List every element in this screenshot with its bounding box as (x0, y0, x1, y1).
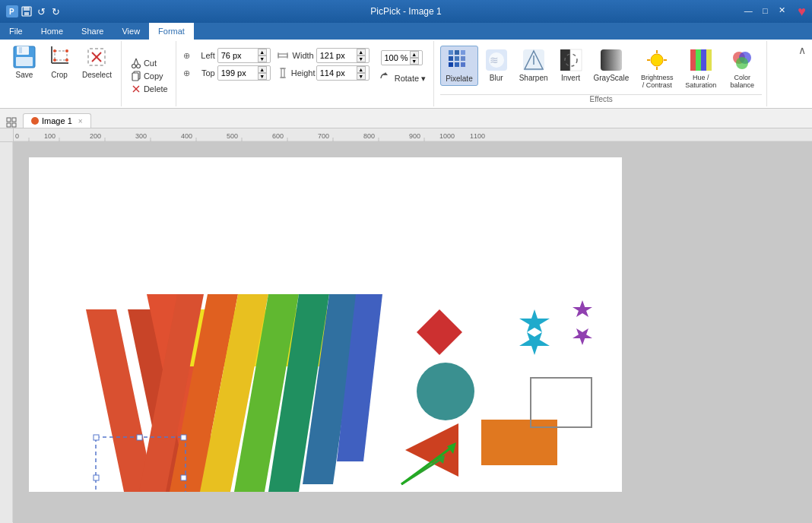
width-label: Width (291, 51, 314, 60)
menu-share[interactable]: Share (72, 23, 113, 40)
svg-rect-39 (449, 56, 453, 61)
ruler-corner (0, 128, 14, 142)
svg-text:1000: 1000 (439, 132, 455, 140)
save-button[interactable]: Save (8, 43, 41, 81)
window-title: PicPick - Image 1 (0, 6, 812, 17)
minimize-button[interactable]: — (741, 4, 755, 17)
left-label: Left (197, 51, 215, 60)
svg-rect-62 (696, 49, 701, 71)
maximize-button[interactable]: □ (758, 4, 772, 17)
svg-rect-37 (455, 50, 459, 55)
svg-point-116 (417, 363, 474, 420)
pixelate-button[interactable]: Pixelate (440, 46, 478, 86)
left-input[interactable]: 76 px ▲▼ (217, 48, 271, 63)
heart-icon: ♥ (798, 4, 806, 20)
hue-saturation-button[interactable]: Hue /Saturation (680, 46, 721, 91)
color-balance-button[interactable]: Colorbalance (722, 46, 762, 91)
canvas-image: LINE Shapes Hello world. Curved Arrow wi… (29, 157, 622, 492)
copy-button[interactable]: Copy (128, 70, 171, 82)
menu-file[interactable]: File (0, 23, 32, 40)
svg-rect-69 (12, 118, 16, 122)
svg-marker-125 (573, 328, 592, 345)
delete-label: Delete (144, 84, 168, 94)
image-tab[interactable]: Image 1 × (23, 113, 91, 128)
top-input[interactable]: 199 px ▲▼ (217, 65, 271, 81)
ribbon-group-position: ⊕ Left 76 px ▲▼ ⊕ Top 199 px ▲▼ (178, 41, 434, 106)
svg-rect-68 (7, 118, 11, 122)
brightness-contrast-button[interactable]: Brightness/ Contrast (635, 46, 679, 91)
svg-rect-32 (281, 68, 284, 78)
ruler-container: 0 100 200 300 400 500 600 700 80 (0, 128, 812, 142)
menubar: File Home Share View Format (0, 23, 812, 40)
crop-button[interactable]: Crop (43, 43, 76, 81)
redo-icon[interactable]: ↻ (49, 5, 62, 17)
svg-rect-61 (690, 49, 696, 71)
sharpen-button[interactable]: Sharpen (515, 46, 553, 84)
cut-button[interactable]: Cut (128, 57, 171, 69)
svg-text:1100: 1100 (470, 132, 485, 140)
svg-marker-115 (417, 309, 462, 355)
svg-marker-124 (573, 300, 592, 317)
tabbar: Image 1 × (0, 109, 812, 128)
width-input[interactable]: 121 px ▲▼ (316, 48, 370, 63)
svg-rect-41 (461, 56, 465, 61)
svg-text:200: 200 (90, 132, 101, 140)
height-input[interactable]: 114 px ▲▼ (316, 65, 370, 81)
svg-rect-139 (181, 435, 186, 440)
ribbon-collapse-button[interactable]: ∧ (795, 43, 809, 58)
tab-close-button[interactable]: × (78, 117, 83, 125)
svg-line-21 (134, 59, 136, 65)
copy-label: Copy (144, 71, 163, 81)
save-icon[interactable] (21, 5, 33, 17)
menu-view[interactable]: View (113, 23, 149, 40)
height-icon (277, 67, 289, 79)
close-button[interactable]: ✕ (775, 4, 788, 17)
grayscale-button[interactable]: GrayScale (589, 46, 634, 84)
svg-rect-7 (19, 47, 22, 53)
zoom-input[interactable]: 100 % ▲▼ (381, 50, 423, 65)
svg-rect-8 (16, 57, 33, 66)
save-label: Save (16, 71, 33, 79)
grayscale-icon (599, 48, 623, 72)
cut-label: Cut (144, 59, 157, 68)
svg-text:P: P (9, 8, 14, 16)
svg-rect-71 (12, 123, 16, 127)
deselect-icon (84, 45, 109, 69)
menu-format[interactable]: Format (149, 23, 194, 40)
svg-text:600: 600 (272, 132, 284, 140)
svg-rect-96 (0, 142, 14, 522)
deselect-button[interactable]: Deselect (78, 43, 116, 81)
position-icon2: ⊕ (182, 67, 195, 79)
save-large-icon (12, 45, 36, 69)
invert-icon (559, 48, 583, 72)
undo-icon[interactable]: ↺ (35, 5, 47, 17)
svg-point-19 (132, 65, 135, 68)
svg-text:300: 300 (135, 132, 147, 140)
svg-rect-137 (94, 435, 99, 440)
blur-button[interactable]: ≋ Blur (480, 46, 513, 84)
menu-home[interactable]: Home (32, 23, 72, 40)
blur-icon: ≋ (484, 48, 509, 72)
delete-button[interactable]: Delete (128, 83, 171, 95)
svg-text:400: 400 (181, 132, 192, 140)
svg-rect-140 (94, 475, 99, 480)
rotate-button[interactable]: Rotate ▾ (376, 71, 429, 86)
tab-name: Image 1 (42, 116, 72, 125)
svg-rect-64 (706, 49, 712, 71)
delete-icon (131, 84, 141, 94)
ribbon-group-save: Save Crop Deselect (3, 41, 122, 106)
size-icon (277, 49, 289, 62)
svg-rect-52 (570, 49, 582, 71)
svg-point-14 (53, 59, 56, 62)
hue-saturation-icon (689, 48, 713, 72)
svg-point-13 (65, 49, 68, 52)
invert-button[interactable]: Invert (554, 46, 588, 84)
canvas-area[interactable]: LINE Shapes Hello world. Curved Arrow wi… (14, 142, 812, 523)
svg-rect-3 (24, 7, 30, 11)
crop-label: Crop (51, 71, 68, 79)
svg-text:≋: ≋ (490, 54, 499, 66)
height-label: Height (291, 68, 314, 78)
svg-point-67 (736, 57, 748, 69)
svg-text:700: 700 (318, 132, 329, 140)
svg-rect-29 (278, 54, 287, 57)
